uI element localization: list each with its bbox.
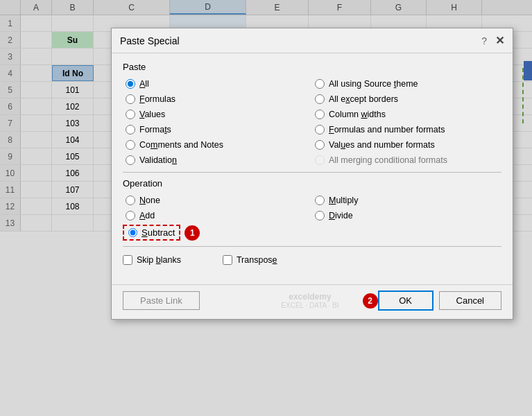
paste-option-formats[interactable]: Formats [123, 123, 312, 136]
paste-formulas-label: Formulas [139, 94, 175, 104]
divider-paste-operation [123, 172, 501, 173]
transpose-checkbox[interactable] [223, 255, 232, 265]
paste-option-validation[interactable]: Validation [123, 154, 312, 166]
operation-divide-label: Divide [329, 211, 353, 220]
paste-validation-label: Validation [139, 155, 177, 165]
paste-option-all-merging: All merging conditional formats [312, 154, 501, 166]
paste-all-merging-label: All merging conditional formats [329, 155, 447, 165]
paste-option-formulas[interactable]: Formulas [123, 93, 312, 105]
paste-formats-label: Formats [139, 125, 171, 135]
skip-blanks-checkbox[interactable] [123, 255, 132, 265]
paste-all-radio[interactable] [126, 79, 135, 89]
paste-option-comments[interactable]: Comments and Notes [123, 139, 312, 151]
operation-subtract-label: Subtract [141, 227, 175, 238]
ok-button[interactable]: OK [378, 291, 434, 311]
paste-all-except-label: All except borders [329, 94, 398, 104]
paste-option-all[interactable]: All [123, 78, 312, 90]
close-icon[interactable]: ✕ [495, 34, 504, 47]
dialog-titlebar: Paste Special ? ✕ [112, 28, 513, 53]
operation-option-none[interactable]: None [123, 194, 312, 207]
operation-multiply-radio[interactable] [315, 196, 325, 205]
paste-all-merging-radio [315, 155, 325, 165]
ok-cancel-group: exceldemy EXCEL · DATA · BI 2 OK Cancel [281, 291, 501, 311]
divider-operation-checkboxes [123, 246, 501, 247]
paste-all-source-radio[interactable] [315, 79, 325, 89]
paste-formulas-radio[interactable] [126, 94, 135, 104]
operation-section: Operation None Multiply Add Divide [123, 178, 501, 241]
operation-subtract-radio[interactable] [128, 228, 137, 237]
operation-none-label: None [139, 196, 160, 205]
ok-badge: 2 [363, 293, 378, 309]
subtract-highlight-box: Subtract [123, 225, 180, 241]
paste-section-label: Paste [123, 62, 501, 72]
operation-add-radio[interactable] [126, 211, 135, 220]
paste-special-dialog: Paste Special ? ✕ Paste All All using So… [111, 28, 513, 320]
paste-values-radio[interactable] [126, 110, 135, 119]
dialog-buttons: Paste Link exceldemy EXCEL · DATA · BI 2… [112, 284, 513, 319]
transpose-item[interactable]: Transpose [223, 255, 277, 265]
paste-option-values-number[interactable]: Values and number formats [312, 139, 501, 151]
paste-all-except-radio[interactable] [315, 94, 325, 104]
help-icon[interactable]: ? [481, 35, 487, 46]
cancel-button[interactable]: Cancel [439, 291, 501, 310]
operation-none-radio[interactable] [126, 196, 135, 205]
dialog-controls: ? ✕ [481, 34, 504, 47]
watermark-logo: exceldemy [289, 292, 331, 302]
paste-all-label: All [139, 79, 149, 89]
paste-formulas-number-label: Formulas and number formats [329, 125, 445, 135]
watermark: exceldemy EXCEL · DATA · BI [281, 292, 338, 309]
paste-all-source-label: All using Source theme [329, 79, 418, 89]
paste-option-column-widths[interactable]: Column widths [312, 108, 501, 121]
paste-link-button[interactable]: Paste Link [123, 291, 200, 310]
ok-with-badge: 2 OK [359, 291, 434, 311]
operation-option-add[interactable]: Add [123, 209, 312, 222]
operation-section-label: Operation [123, 178, 501, 189]
skip-blanks-item[interactable]: Skip blanks [123, 255, 181, 265]
transpose-label: Transpose [237, 255, 277, 265]
paste-options-grid: All All using Source theme Formulas All … [123, 78, 501, 166]
paste-comments-radio[interactable] [126, 140, 135, 150]
dialog-body: Paste All All using Source theme Formula… [112, 53, 513, 281]
subtract-badge: 1 [185, 225, 200, 241]
paste-comments-label: Comments and Notes [139, 140, 223, 150]
checkboxes-row: Skip blanks Transpose [123, 255, 501, 265]
paste-column-widths-radio[interactable] [315, 110, 325, 119]
paste-option-all-source[interactable]: All using Source theme [312, 78, 501, 90]
paste-column-widths-label: Column widths [329, 110, 386, 119]
operation-multiply-label: Multiply [329, 196, 358, 205]
skip-blanks-label: Skip blanks [137, 255, 181, 265]
paste-option-formulas-number[interactable]: Formulas and number formats [312, 123, 501, 136]
paste-option-all-except[interactable]: All except borders [312, 93, 501, 105]
operation-divide-radio[interactable] [315, 211, 325, 220]
operation-option-multiply[interactable]: Multiply [312, 194, 501, 207]
paste-formats-radio[interactable] [126, 125, 135, 135]
dialog-title: Paste Special [120, 35, 180, 46]
operation-option-divide[interactable]: Divide [312, 209, 501, 222]
operation-add-label: Add [139, 211, 155, 220]
paste-values-number-radio[interactable] [315, 140, 325, 150]
paste-validation-radio[interactable] [126, 155, 135, 165]
paste-formulas-number-radio[interactable] [315, 125, 325, 135]
operation-subtract-row[interactable]: Subtract 1 [123, 225, 312, 241]
paste-values-label: Values [139, 110, 165, 119]
paste-values-number-label: Values and number formats [329, 140, 435, 150]
paste-option-values[interactable]: Values [123, 108, 312, 121]
operation-options-grid: None Multiply Add Divide [123, 194, 501, 241]
watermark-line1: EXCEL · DATA · BI [281, 302, 338, 309]
